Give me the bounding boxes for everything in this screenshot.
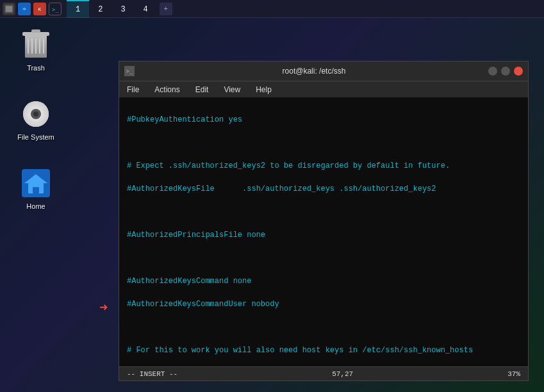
taskbar-new-tab[interactable]: + <box>160 3 172 15</box>
svg-point-18 <box>33 111 38 117</box>
code-line-7 <box>127 252 520 264</box>
code-line-2 <box>127 137 520 149</box>
terminal-statusbar: -- INSERT -- 57,27 37% <box>119 366 528 380</box>
svg-text:K: K <box>38 6 42 12</box>
taskbar-tab-2[interactable]: 2 <box>89 0 111 18</box>
desktop-icon-trash[interactable]: Trash <box>10 26 62 76</box>
taskbar-icon-4[interactable]: >_ <box>49 3 62 15</box>
svg-rect-12 <box>43 38 44 54</box>
taskbar-icon-1[interactable] <box>3 3 15 15</box>
menu-actions[interactable]: Actions <box>152 84 182 95</box>
trash-label: Trash <box>27 64 45 72</box>
code-line-5 <box>127 206 520 218</box>
desktop-icon-home[interactable]: Home <box>10 164 62 214</box>
taskbar-tabs: 1 2 3 4 + <box>67 0 172 18</box>
menu-file[interactable]: File <box>124 84 142 95</box>
taskbar-tab-1[interactable]: 1 <box>67 0 89 18</box>
svg-rect-14 <box>31 29 40 33</box>
svg-rect-10 <box>35 38 37 54</box>
svg-text:>_: >_ <box>52 6 59 13</box>
code-line-4: #AuthorizedKeysFile .ssh/authorized_keys… <box>127 183 520 195</box>
maximize-button[interactable] <box>501 67 510 76</box>
svg-rect-9 <box>31 38 33 54</box>
taskbar-tab-4[interactable]: 4 <box>135 0 157 18</box>
menu-help[interactable]: Help <box>253 84 274 95</box>
desktop: K >_ 1 2 3 4 + <box>0 0 544 392</box>
arrow-indicator: ➜ <box>99 299 108 316</box>
scroll-percent: 37% <box>507 370 520 378</box>
taskbar-icon-3[interactable]: K <box>33 3 46 15</box>
code-line-3: # Expect .ssh/authorized_keys2 to be dis… <box>127 160 520 172</box>
trash-icon <box>21 29 51 60</box>
code-line-8: #AuthorizedKeysCommand none <box>127 275 520 287</box>
code-line-1: #PubkeyAuthentication yes <box>127 114 520 126</box>
code-line-6: #AuthorizedPrincipalsFile none <box>127 229 520 241</box>
filesystem-icon <box>21 99 51 129</box>
home-icon <box>21 168 51 199</box>
close-button[interactable] <box>514 67 523 76</box>
terminal-window: >_ root@kali: /etc/ssh File Actions Edit… <box>119 61 529 381</box>
insert-mode: -- INSERT -- <box>127 370 177 378</box>
taskbar-tab-3[interactable]: 3 <box>111 0 134 18</box>
cursor-position: 57,27 <box>332 370 353 378</box>
code-content: #PubkeyAuthentication yes # Expect .ssh/… <box>127 102 520 366</box>
taskbar-icon-2[interactable] <box>18 3 31 15</box>
code-line-10 <box>127 322 520 333</box>
menu-view[interactable]: View <box>221 84 243 95</box>
terminal-content[interactable]: #PubkeyAuthentication yes # Expect .ssh/… <box>119 97 528 366</box>
svg-rect-22 <box>33 187 39 193</box>
code-line-11: # For this to work you will also need ho… <box>127 345 520 356</box>
terminal-icon: >_ <box>124 66 135 76</box>
taskbar: K >_ 1 2 3 4 + <box>0 0 544 18</box>
terminal-menubar: File Actions Edit View Help <box>119 81 528 97</box>
terminal-controls <box>488 67 523 76</box>
terminal-titlebar: >_ root@kali: /etc/ssh <box>119 61 528 81</box>
filesystem-label: File System <box>17 133 54 141</box>
terminal-title: root@kali: /etc/ssh <box>140 67 488 76</box>
minimize-button[interactable] <box>488 67 497 76</box>
menu-edit[interactable]: Edit <box>193 84 211 95</box>
svg-rect-11 <box>39 38 40 54</box>
svg-rect-8 <box>28 38 29 54</box>
code-line-9: #AuthorizedKeysCommandUser nobody <box>127 298 520 310</box>
taskbar-left: K >_ <box>0 3 62 15</box>
home-label: Home <box>26 202 45 210</box>
desktop-icon-filesystem[interactable]: File System <box>10 95 62 145</box>
